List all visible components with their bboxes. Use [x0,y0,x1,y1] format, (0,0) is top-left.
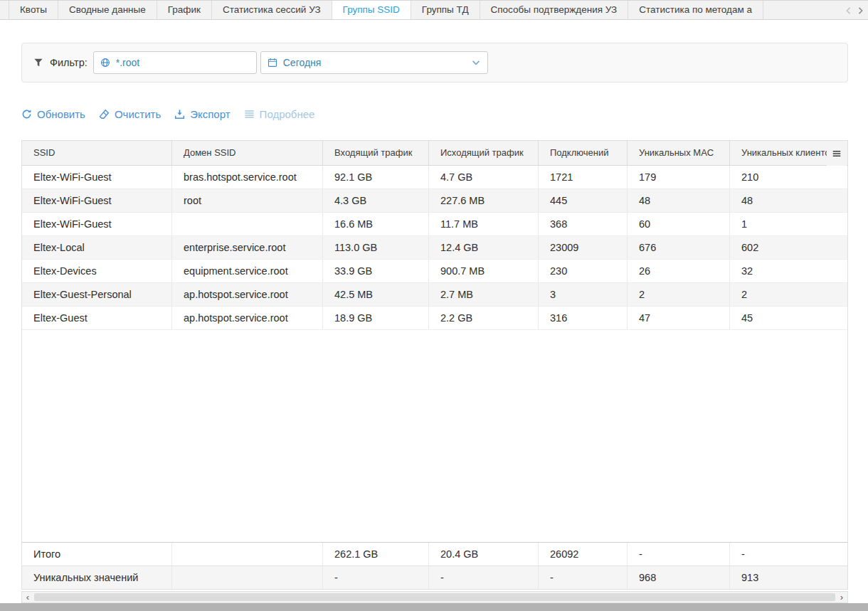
table-cell: - [539,566,628,589]
refresh-button[interactable]: Обновить [21,108,85,120]
table-cell: root [172,189,323,212]
tab-scroll-left-icon[interactable] [844,4,854,18]
table-cell: 316 [539,307,628,329]
table-cell: - [429,566,539,589]
table-cell: Eltex-Devices [22,260,172,282]
table-cell: 4.3 GB [323,189,429,212]
tab-0[interactable]: Квоты [9,1,58,20]
table-cell: 227.6 MB [429,189,539,212]
refresh-label: Обновить [37,108,85,120]
table-cell: 2.7 MB [429,283,539,306]
scrollbar-thumb[interactable] [34,593,835,601]
tab-2[interactable]: График [157,1,212,20]
table-cell: Итого [22,543,172,565]
table-row[interactable]: Eltex-Guestap.hotspot.service.root18.9 G… [22,307,847,330]
table-footer: Итого262.1 GB20.4 GB26092--Уникальных зн… [22,542,847,589]
table-row[interactable]: Eltex-Localenterprise.service.root113.0 … [22,236,847,260]
clear-button[interactable]: Очистить [99,108,161,120]
table-body: Eltex-WiFi-Guestbras.hotspot.service.roo… [22,166,847,330]
period-value: Сегодня [283,57,322,68]
table-row[interactable]: Eltex-WiFi-Guestbras.hotspot.service.roo… [22,166,847,189]
tab-6[interactable]: Способы подтверждения УЗ [480,1,629,20]
table-cell: 676 [628,236,730,259]
table-cell: 18.9 GB [323,307,429,329]
table-row[interactable]: Eltex-WiFi-Guestroot4.3 GB227.6 MB445484… [22,189,847,213]
table-cell: 262.1 GB [323,543,429,565]
tab-7[interactable]: Статистика по методам а [628,1,763,20]
table-cell: 913 [730,566,847,589]
table-cell: 210 [730,166,847,188]
table-row[interactable]: Eltex-WiFi-Guest16.6 MB11.7 MB368601 [22,213,847,236]
table-cell: 26092 [539,543,628,565]
clear-label: Очистить [115,108,161,120]
table-cell: - [730,543,847,565]
column-header[interactable]: Исходящий трафик [429,141,539,165]
table-row[interactable]: Eltex-Devicesequipment.service.root33.9 … [22,260,847,283]
column-header[interactable]: Домен SSID [172,141,323,165]
scroll-right-icon[interactable]: › [836,592,847,602]
table-cell: 23009 [539,236,628,259]
filter-label: Фильтр: [50,57,88,68]
table-cell: 2.2 GB [429,307,539,329]
table-cell: 1721 [539,166,628,188]
content: Фильтр: *.root Сегодня [0,20,868,603]
tab-5[interactable]: Группы ТД [411,1,480,20]
table-cell: Eltex-WiFi-Guest [22,189,172,212]
column-header[interactable]: Входящий трафик [323,141,429,165]
column-header[interactable]: Подключений [539,141,628,165]
details-label: Подробнее [260,108,315,120]
period-select[interactable]: Сегодня [260,51,488,74]
table-cell: 1 [730,213,847,235]
table-cell: ap.hotspot.service.root [172,283,323,306]
download-icon [174,109,185,119]
columns-menu-button[interactable] [827,142,847,166]
column-header[interactable]: Уникальных MAC [628,141,730,165]
table-footer-row: Уникальных значений---968913 [22,565,847,589]
table-cell: Eltex-Guest [22,307,172,329]
refresh-icon [21,109,32,119]
chevron-down-icon [471,58,481,68]
ssid-groups-table: SSIDДомен SSIDВходящий трафикИсходящий т… [21,140,848,590]
table-cell [172,543,323,565]
table-cell: 48 [730,189,847,212]
table-cell: 4.7 GB [429,166,539,188]
table-cell: 179 [628,166,730,188]
tab-scroll-right-icon[interactable] [855,4,865,18]
table-cell: Eltex-Local [22,236,172,259]
tab-scroll-buttons [834,1,868,20]
details-button[interactable]: Подробнее [244,108,315,120]
export-button[interactable]: Экспорт [174,108,230,120]
page: КвотыСводные данныеГрафикСтатистика сесс… [0,0,868,611]
tab-bar: КвотыСводные данныеГрафикСтатистика сесс… [0,0,868,20]
calendar-icon [268,58,277,68]
table-row[interactable]: Eltex-Guest-Personalap.hotspot.service.r… [22,283,847,307]
table-cell: 47 [628,307,730,329]
table-cell: 900.7 MB [429,260,539,282]
ssid-filter-input[interactable]: *.root [93,51,257,74]
table-cell: ap.hotspot.service.root [172,307,323,329]
table-cell: 113.0 GB [323,236,429,259]
table-cell: 230 [539,260,628,282]
table-footer-row: Итого262.1 GB20.4 GB26092-- [22,542,847,565]
table-cell: 26 [628,260,730,282]
filter-panel: Фильтр: *.root Сегодня [21,43,848,83]
table-cell [172,213,323,235]
list-icon [244,109,255,119]
table-cell: 368 [539,213,628,235]
tab-4[interactable]: Группы SSID [332,1,411,20]
tab-strip: КвотыСводные данныеГрафикСтатистика сесс… [0,1,868,20]
table-cell: 445 [539,189,628,212]
table-cell: Уникальных значений [22,566,172,589]
globe-icon [100,58,110,68]
table-cell: 48 [628,189,730,212]
column-header[interactable]: SSID [22,141,172,165]
table-cell: 12.4 GB [429,236,539,259]
scroll-left-icon[interactable]: ‹ [22,592,33,602]
tab-3[interactable]: Статистика сессий УЗ [212,1,332,20]
horizontal-scrollbar[interactable]: ‹ › [21,591,848,603]
table-header-row: SSIDДомен SSIDВходящий трафикИсходящий т… [22,141,847,166]
tab-1[interactable]: Сводные данные [58,1,157,20]
table-cell: - [628,543,730,565]
table-cell: 32 [730,260,847,282]
table-cell: enterprise.service.root [172,236,323,259]
